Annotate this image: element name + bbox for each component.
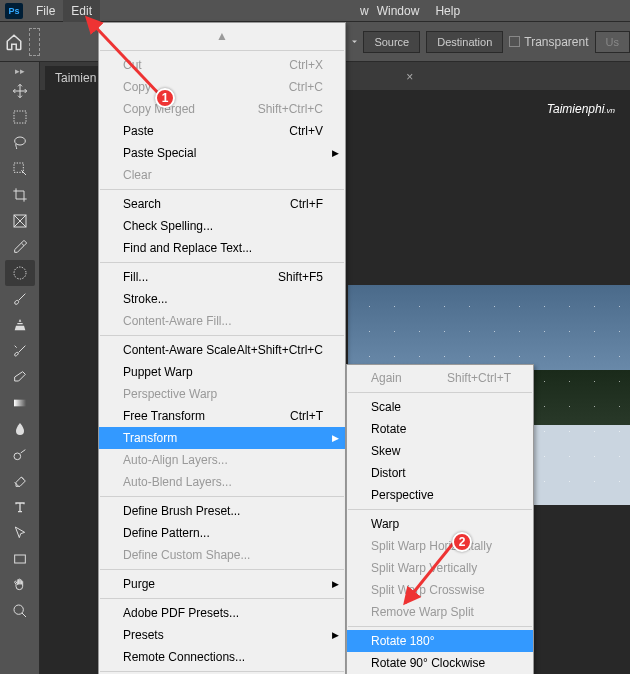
mi-remove-warp-split[interactable]: Remove Warp Split xyxy=(347,601,533,623)
source-button[interactable]: Source xyxy=(363,31,420,53)
mi-content-aware-scale[interactable]: Content-Aware ScaleAlt+Shift+Ctrl+C xyxy=(99,339,345,361)
eyedropper-tool[interactable] xyxy=(5,234,35,260)
mi-rotate-90cw[interactable]: Rotate 90° Clockwise xyxy=(347,652,533,674)
tool-panel: ▸▸ xyxy=(0,62,40,674)
quick-select-tool[interactable] xyxy=(5,156,35,182)
mi-perspective-warp[interactable]: Perspective Warp xyxy=(99,383,345,405)
mi-copy[interactable]: CopyCtrl+C xyxy=(99,76,345,98)
type-tool[interactable] xyxy=(5,494,35,520)
rectangle-tool[interactable] xyxy=(5,546,35,572)
mi-distort[interactable]: Distort xyxy=(347,462,533,484)
mi-check-spelling[interactable]: Check Spelling... xyxy=(99,215,345,237)
frame-tool[interactable] xyxy=(5,208,35,234)
brush-tool[interactable] xyxy=(5,286,35,312)
history-brush-tool[interactable] xyxy=(5,338,35,364)
panel-grip[interactable]: ▸▸ xyxy=(15,66,25,76)
blur-tool[interactable] xyxy=(5,416,35,442)
eraser-tool[interactable] xyxy=(5,364,35,390)
dodge-tool[interactable] xyxy=(5,442,35,468)
annotation-marker-2: 2 xyxy=(452,532,472,552)
svg-rect-0 xyxy=(14,111,26,123)
mi-puppet-warp[interactable]: Puppet Warp xyxy=(99,361,345,383)
mi-define-pattern[interactable]: Define Pattern... xyxy=(99,522,345,544)
menu-cut-letter: w xyxy=(360,4,369,18)
mi-find-replace[interactable]: Find and Replace Text... xyxy=(99,237,345,259)
svg-rect-7 xyxy=(14,555,25,563)
path-select-tool[interactable] xyxy=(5,520,35,546)
menu-window[interactable]: Window xyxy=(369,0,428,22)
menu-help[interactable]: Help xyxy=(427,0,468,22)
mi-free-transform[interactable]: Free TransformCtrl+T xyxy=(99,405,345,427)
app-logo: Ps xyxy=(5,3,23,19)
mi-again[interactable]: AgainShift+Ctrl+T xyxy=(347,367,533,389)
menu-up-arrow[interactable]: ▲ xyxy=(99,25,345,47)
use-button[interactable]: Us xyxy=(595,31,630,53)
mi-search[interactable]: SearchCtrl+F xyxy=(99,193,345,215)
gradient-tool[interactable] xyxy=(5,390,35,416)
close-icon[interactable]: × xyxy=(406,70,413,84)
mi-remote[interactable]: Remote Connections... xyxy=(99,646,345,668)
crop-tool[interactable] xyxy=(5,182,35,208)
transparent-label: Transparent xyxy=(524,35,588,49)
home-button[interactable] xyxy=(5,28,23,56)
mi-split-warp-v[interactable]: Split Warp Vertically xyxy=(347,557,533,579)
mi-presets[interactable]: Presets▶ xyxy=(99,624,345,646)
svg-point-8 xyxy=(14,605,23,614)
menu-file[interactable]: File xyxy=(28,0,63,22)
hand-tool[interactable] xyxy=(5,572,35,598)
mi-rotate[interactable]: Rotate xyxy=(347,418,533,440)
mi-split-warp-c[interactable]: Split Warp Crosswise xyxy=(347,579,533,601)
tab-title: Taimien xyxy=(55,71,96,85)
mi-copy-merged[interactable]: Copy MergedShift+Ctrl+C xyxy=(99,98,345,120)
mi-cut[interactable]: CutCtrl+X xyxy=(99,54,345,76)
rect-marquee-tool[interactable] xyxy=(5,104,35,130)
mi-define-brush[interactable]: Define Brush Preset... xyxy=(99,500,345,522)
mi-stroke[interactable]: Stroke... xyxy=(99,288,345,310)
transform-menu: AgainShift+Ctrl+T Scale Rotate Skew Dist… xyxy=(346,364,534,674)
menubar: Ps File Edit w Window Help xyxy=(0,0,630,22)
pen-tool[interactable] xyxy=(5,468,35,494)
mi-paste-special[interactable]: Paste Special▶ xyxy=(99,142,345,164)
mi-perspective[interactable]: Perspective xyxy=(347,484,533,506)
annotation-marker-1: 1 xyxy=(155,88,175,108)
mi-rotate-180[interactable]: Rotate 180° xyxy=(347,630,533,652)
mi-auto-align[interactable]: Auto-Align Layers... xyxy=(99,449,345,471)
mi-clear[interactable]: Clear xyxy=(99,164,345,186)
marquee-icon[interactable] xyxy=(29,28,40,56)
watermark: Taimienphi.vn xyxy=(547,100,615,117)
transparent-checkbox[interactable]: Transparent xyxy=(509,35,588,49)
mi-content-aware-fill[interactable]: Content-Aware Fill... xyxy=(99,310,345,332)
mi-fill[interactable]: Fill...Shift+F5 xyxy=(99,266,345,288)
mi-auto-blend[interactable]: Auto-Blend Layers... xyxy=(99,471,345,493)
mi-transform[interactable]: Transform▶ xyxy=(99,427,345,449)
clone-stamp-tool[interactable] xyxy=(5,312,35,338)
svg-rect-5 xyxy=(14,400,26,407)
mi-pdf-presets[interactable]: Adobe PDF Presets... xyxy=(99,602,345,624)
elliptical-marquee-tool[interactable] xyxy=(5,260,35,286)
mi-skew[interactable]: Skew xyxy=(347,440,533,462)
lasso-tool[interactable] xyxy=(5,130,35,156)
svg-point-6 xyxy=(14,453,21,460)
move-tool[interactable] xyxy=(5,78,35,104)
destination-button[interactable]: Destination xyxy=(426,31,503,53)
mi-purge[interactable]: Purge▶ xyxy=(99,573,345,595)
mi-define-shape[interactable]: Define Custom Shape... xyxy=(99,544,345,566)
mi-scale[interactable]: Scale xyxy=(347,396,533,418)
svg-point-4 xyxy=(14,267,26,279)
menu-edit[interactable]: Edit xyxy=(63,0,100,22)
dropdown-icon[interactable] xyxy=(352,35,357,49)
zoom-tool[interactable] xyxy=(5,598,35,624)
edit-menu: ▲ CutCtrl+X CopyCtrl+C Copy MergedShift+… xyxy=(98,22,346,674)
mi-warp[interactable]: Warp xyxy=(347,513,533,535)
mi-split-warp-h[interactable]: Split Warp Horizontally xyxy=(347,535,533,557)
mi-paste[interactable]: PasteCtrl+V xyxy=(99,120,345,142)
